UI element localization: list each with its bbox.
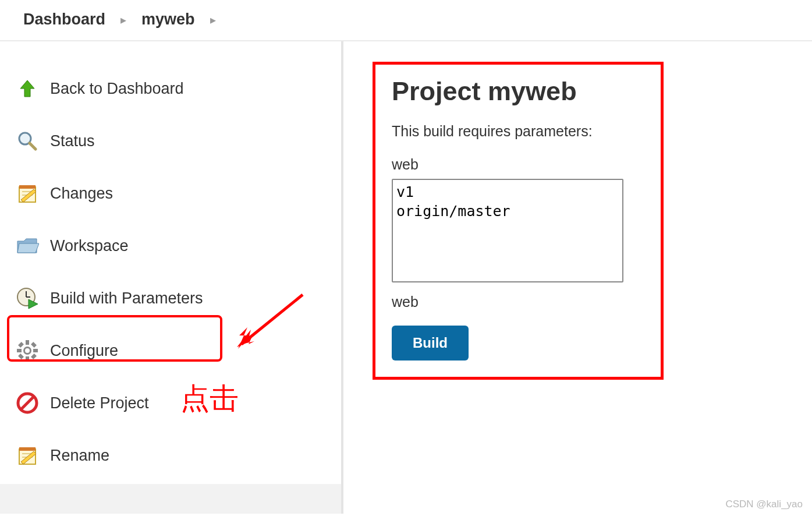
build-button[interactable]: Build bbox=[392, 326, 469, 361]
magnifier-icon bbox=[15, 129, 40, 153]
folder-icon bbox=[15, 234, 40, 258]
svg-rect-10 bbox=[26, 340, 29, 345]
sidebar-item-back[interactable]: Back to Dashboard bbox=[12, 65, 341, 112]
svg-rect-12 bbox=[17, 349, 22, 352]
sidebar-item-label: Build with Parameters bbox=[50, 289, 203, 308]
breadcrumb-dashboard[interactable]: Dashboard bbox=[23, 10, 105, 29]
svg-line-1 bbox=[30, 143, 36, 149]
svg-rect-15 bbox=[31, 342, 37, 348]
notepad-edit-icon bbox=[15, 443, 40, 468]
svg-rect-11 bbox=[26, 356, 29, 361]
chevron-right-icon: ▸ bbox=[120, 13, 126, 27]
breadcrumb-project[interactable]: myweb bbox=[141, 10, 195, 29]
no-entry-icon bbox=[15, 391, 40, 415]
svg-line-20 bbox=[22, 397, 33, 409]
sidebar-item-label: Status bbox=[50, 132, 95, 150]
main-content: Project myweb This build requires parame… bbox=[343, 41, 812, 514]
chevron-right-icon: ▸ bbox=[210, 13, 216, 27]
sidebar-item-configure[interactable]: Configure bbox=[12, 327, 341, 374]
param-option[interactable]: origin/master bbox=[396, 202, 619, 221]
svg-rect-13 bbox=[33, 349, 38, 352]
param-select-web[interactable]: v1 origin/master bbox=[392, 179, 623, 282]
sidebar-item-delete[interactable]: Delete Project bbox=[12, 379, 341, 427]
param-option[interactable]: v1 bbox=[396, 182, 619, 202]
param-description: web bbox=[392, 294, 644, 310]
sidebar-item-label: Configure bbox=[50, 342, 118, 360]
sidebar-item-label: Rename bbox=[50, 447, 109, 465]
breadcrumb: Dashboard ▸ myweb ▸ bbox=[0, 0, 812, 41]
sidebar-item-workspace[interactable]: Workspace bbox=[12, 222, 341, 270]
parameters-intro: This build requires parameters: bbox=[392, 123, 644, 140]
sidebar: Back to Dashboard Status Changes Workspa… bbox=[0, 41, 343, 514]
svg-rect-3 bbox=[19, 185, 36, 189]
clock-play-icon bbox=[15, 286, 40, 310]
sidebar-item-label: Back to Dashboard bbox=[50, 80, 184, 98]
sidebar-item-label: Workspace bbox=[50, 237, 129, 255]
svg-rect-22 bbox=[19, 447, 36, 451]
param-label-web: web bbox=[392, 156, 644, 173]
sidebar-item-label: Delete Project bbox=[50, 394, 149, 412]
sidebar-item-label: Changes bbox=[50, 185, 113, 203]
annotation-content-box: Project myweb This build requires parame… bbox=[373, 62, 664, 380]
svg-rect-17 bbox=[31, 354, 37, 359]
svg-rect-14 bbox=[18, 342, 24, 348]
notepad-icon bbox=[15, 181, 40, 206]
sidebar-item-changes[interactable]: Changes bbox=[12, 169, 341, 217]
up-arrow-icon bbox=[15, 76, 40, 101]
sidebar-item-status[interactable]: Status bbox=[12, 117, 341, 165]
gear-icon bbox=[15, 338, 40, 363]
svg-point-18 bbox=[25, 348, 30, 353]
sidebar-item-rename[interactable]: Rename bbox=[12, 432, 341, 479]
svg-rect-16 bbox=[18, 354, 24, 359]
page-title: Project myweb bbox=[392, 76, 644, 107]
sidebar-item-build-params[interactable]: Build with Parameters bbox=[12, 274, 341, 322]
watermark: CSDN @kali_yao bbox=[725, 499, 803, 510]
